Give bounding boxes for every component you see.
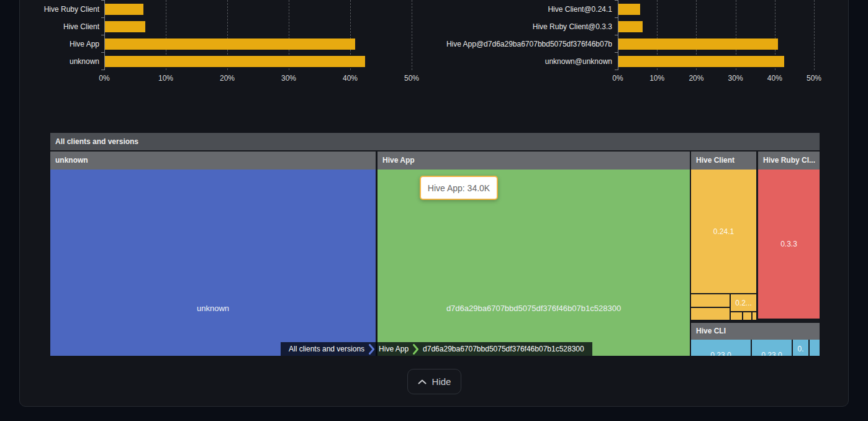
breadcrumb-item-version-hash[interactable]: d7d6a29ba6707bbd5075df376f46b07b1c528300: [420, 345, 587, 353]
chevron-right-icon: [413, 344, 418, 355]
axis-tick: [101, 52, 104, 53]
axis-tick-label: 20%: [677, 74, 715, 83]
treemap-header-unknown[interactable]: unknown: [50, 152, 376, 170]
axis-tick-label: 0%: [599, 74, 636, 83]
axis-tick: [615, 0, 618, 1]
treemap-tile-hive-ruby-033[interactable]: 0.3.3: [758, 170, 820, 319]
category-label: Hive Ruby Client: [0, 4, 99, 15]
treemap-tile-hive-cli-0230b[interactable]: 0.23.0: [752, 340, 792, 356]
axis-tick-label: 40%: [332, 74, 369, 83]
chevron-up-icon: [418, 379, 427, 384]
treemap-breadcrumb: All clients and versions Hive App d7d6a2…: [281, 342, 592, 356]
treemap-tile-hive-client-minor[interactable]: [691, 294, 730, 307]
axis-tick-label: 50%: [795, 74, 833, 83]
dashboard-page: 0%10%20%30%40%50%Hive Ruby ClientHive Cl…: [0, 0, 868, 421]
treemap-tile-hive-client-minor[interactable]: [753, 312, 756, 320]
breadcrumb-item-root[interactable]: All clients and versions: [286, 345, 367, 353]
category-label: Hive App@d7d6a29ba6707bbd5075df376f46b07…: [435, 38, 612, 50]
axis-tick: [101, 35, 104, 35]
bar[interactable]: [618, 38, 778, 50]
gridline: [814, 0, 815, 70]
bar[interactable]: [105, 56, 365, 67]
category-label: unknown@unknown: [435, 56, 612, 67]
axis-tick: [615, 17, 618, 18]
treemap-tile-hive-cli-minor[interactable]: [810, 340, 820, 356]
axis-tick: [615, 52, 618, 53]
axis-tick-label: 10%: [638, 74, 676, 83]
category-label: Hive App: [0, 38, 99, 50]
tile-label: d7d6a29ba6707bbd5075df376f46b07b1c528300: [377, 304, 690, 313]
treemap-header-hive-app[interactable]: Hive App: [377, 152, 690, 170]
axis-tick: [101, 17, 104, 18]
treemap-header-hive-ruby-client[interactable]: Hive Ruby Cl...: [758, 152, 820, 170]
hide-button[interactable]: Hide: [407, 369, 461, 394]
axis-tick-label: 50%: [393, 74, 430, 83]
category-label: unknown: [0, 56, 99, 67]
bar[interactable]: [618, 56, 784, 67]
axis-tick: [101, 0, 104, 1]
clients-treemap: All clients and versions unknown unknown…: [50, 133, 820, 356]
axis-tick: [615, 35, 618, 35]
treemap-header-hive-cli[interactable]: Hive CLI: [691, 323, 820, 340]
bar[interactable]: [105, 38, 355, 50]
axis-tick-label: 20%: [209, 74, 246, 83]
axis-tick-label: 40%: [756, 74, 793, 83]
treemap-tooltip: Hive App: 34.0K: [420, 176, 498, 200]
bar[interactable]: [105, 21, 145, 32]
axis-tick: [615, 70, 618, 70]
treemap-tile-hive-client-minor[interactable]: [731, 312, 742, 320]
axis-tick-label: 30%: [717, 74, 754, 83]
treemap-header-hive-client[interactable]: Hive Client: [691, 152, 756, 170]
treemap-tile-hive-client-0241[interactable]: 0.24.1: [691, 170, 756, 293]
breadcrumb-item-hive-app[interactable]: Hive App: [376, 345, 411, 353]
treemap-tile-hive-cli-0[interactable]: 0.: [793, 340, 808, 356]
treemap-tile-unknown[interactable]: unknown: [50, 170, 376, 356]
clients-share-bar-chart: 0%10%20%30%40%50%Hive Ruby ClientHive Cl…: [0, 0, 435, 87]
gridline: [412, 0, 412, 70]
axis-tick-label: 10%: [147, 74, 184, 83]
client-versions-share-bar-chart: 0%10%20%30%40%50%Hive Client@0.24.1Hive …: [435, 0, 868, 87]
treemap-tile-hive-cli-0230[interactable]: 0.23.0: [691, 340, 751, 356]
axis-tick: [101, 70, 104, 70]
category-label: Hive Client: [0, 21, 99, 32]
bar[interactable]: [105, 4, 143, 15]
bar[interactable]: [618, 21, 643, 32]
treemap-tile-hive-client-minor[interactable]: [691, 308, 730, 320]
chevron-right-icon: [369, 344, 374, 355]
treemap-tile-hive-client-minor[interactable]: [743, 312, 751, 320]
axis-tick-label: 0%: [86, 74, 123, 83]
tile-label: unknown: [50, 304, 376, 313]
category-label: Hive Ruby Client@0.3.3: [435, 21, 612, 32]
treemap-tile-hive-client-02[interactable]: 0.2...: [731, 294, 756, 311]
bar[interactable]: [618, 4, 640, 15]
hide-button-label: Hide: [432, 376, 451, 387]
treemap-root-header[interactable]: All clients and versions: [50, 133, 820, 150]
category-label: Hive Client@0.24.1: [435, 4, 612, 15]
axis-tick-label: 30%: [270, 74, 307, 83]
